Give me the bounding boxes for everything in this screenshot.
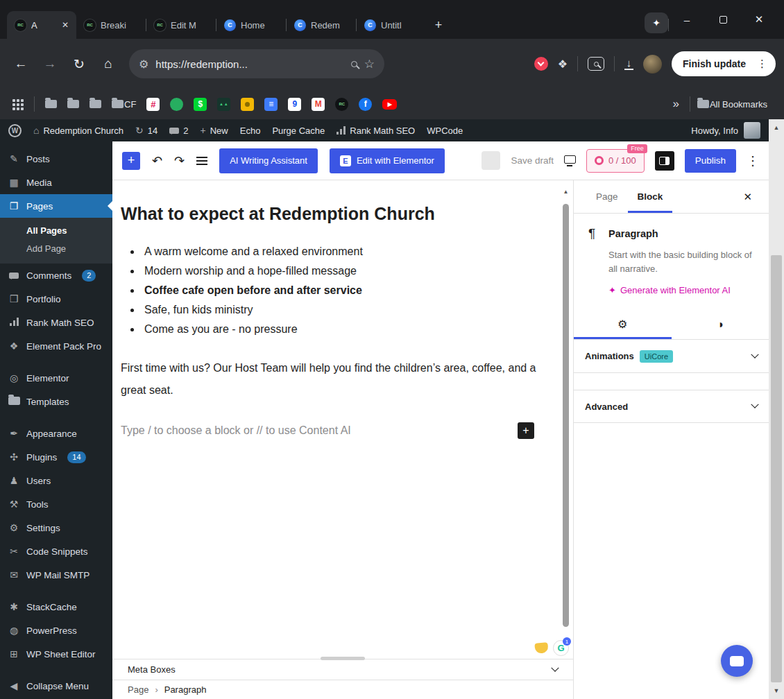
site-settings-icon[interactable]: ⚙ bbox=[139, 58, 148, 71]
sidebar-item-element-pack[interactable]: ❖ Element Pack Pro bbox=[0, 334, 112, 358]
browser-menu-icon[interactable]: ⋮ bbox=[753, 58, 772, 70]
browser-tab[interactable]: C Redem bbox=[287, 11, 356, 39]
scrollbar-thumb[interactable] bbox=[771, 255, 782, 682]
rank-math-score[interactable]: 0 / 100 Free bbox=[586, 149, 645, 173]
paragraph-block[interactable]: First time with us? Our Host Team will h… bbox=[121, 357, 545, 402]
browser-tab[interactable]: C Untitl bbox=[357, 11, 426, 39]
admin-bar-echo[interactable]: Echo bbox=[240, 126, 261, 136]
pocket-icon[interactable] bbox=[534, 57, 548, 71]
nine-bookmark-icon[interactable]: 9 bbox=[288, 98, 301, 111]
grammarly-icon[interactable]: G 1 bbox=[553, 640, 569, 656]
sidebar-item-users[interactable]: ♟ Users bbox=[0, 469, 112, 492]
sidebar-item-rank-math[interactable]: Rank Math SEO bbox=[0, 311, 112, 334]
rc-bookmark-icon[interactable]: RC bbox=[335, 98, 348, 111]
admin-bar-new[interactable]: + New bbox=[201, 125, 228, 136]
breadcrumb-block[interactable]: Paragraph bbox=[164, 684, 207, 695]
bookmark-star-icon[interactable]: ☆ bbox=[364, 57, 375, 71]
admin-bar-account[interactable]: Howdy, Info bbox=[691, 122, 760, 139]
sidebar-item-portfolio[interactable]: ❒ Portfolio bbox=[0, 287, 112, 311]
browser-tab-active[interactable]: RC A ✕ bbox=[7, 11, 76, 39]
sidebar-item-pages[interactable]: ❐ Pages bbox=[0, 194, 112, 218]
list-item[interactable]: Coffee cafe open before and after servic… bbox=[142, 281, 545, 300]
advanced-panel[interactable]: Advanced bbox=[574, 390, 769, 423]
ai-writing-assistant-button[interactable]: AI Writing Assistant bbox=[219, 148, 318, 173]
browser-tab[interactable]: C Home bbox=[216, 11, 286, 39]
sidebar-item-posts[interactable]: ✎ Posts bbox=[0, 147, 112, 171]
redo-button[interactable]: ↷ bbox=[174, 153, 185, 169]
breadcrumb-page[interactable]: Page bbox=[128, 684, 148, 695]
extensions-icon[interactable]: ❖ bbox=[558, 58, 568, 71]
wordpress-logo-icon[interactable]: W bbox=[8, 124, 22, 137]
admin-bar-wpcode[interactable]: WPCode bbox=[427, 126, 463, 136]
tab-page[interactable]: Page bbox=[586, 180, 628, 213]
cash-bookmark-icon[interactable]: $ bbox=[194, 98, 207, 111]
admin-bar-updates[interactable]: ↻ 14 bbox=[135, 125, 157, 136]
slack-bookmark-icon[interactable]: # bbox=[146, 98, 160, 111]
sidebar-item-wp-sheet-editor[interactable]: ⊞ WP Sheet Editor bbox=[0, 642, 112, 666]
sidebar-item-stackcache[interactable]: ✱ StackCache bbox=[0, 595, 112, 619]
gmail-bookmark-icon[interactable]: M bbox=[312, 98, 325, 111]
bookmark-folder-icon[interactable] bbox=[90, 100, 101, 108]
sidebar-item-powerpress[interactable]: ◍ PowerPress bbox=[0, 619, 112, 642]
sidebar-item-comments[interactable]: Comments 2 bbox=[0, 264, 112, 287]
animations-panel[interactable]: Animations UiCore bbox=[574, 340, 769, 373]
all-bookmarks-button[interactable]: All Bookmarks bbox=[697, 99, 767, 110]
post-title[interactable]: What to expect at Redemption Church bbox=[121, 204, 545, 224]
chevron-down-icon[interactable] bbox=[551, 664, 559, 671]
tab-settings-gear[interactable]: ⚙ bbox=[574, 309, 672, 339]
forest-bookmark-icon[interactable]: ▲▲ bbox=[217, 98, 230, 111]
sidebar-item-tools[interactable]: ⚒ Tools bbox=[0, 492, 112, 516]
url-text[interactable]: https://redemption... bbox=[155, 58, 343, 70]
block-inserter-button[interactable]: + bbox=[122, 152, 140, 170]
scrollbar-thumb[interactable] bbox=[563, 204, 569, 627]
sidebar-item-wp-mail-smtp[interactable]: ✉ WP Mail SMTP bbox=[0, 563, 112, 587]
admin-bar-rank-math[interactable]: Rank Math SEO bbox=[336, 126, 415, 136]
youtube-bookmark-icon[interactable]: ▶ bbox=[382, 99, 397, 110]
apps-grid-icon[interactable] bbox=[12, 99, 15, 102]
sidebar-item-elementor[interactable]: ◎ Elementor bbox=[0, 366, 112, 390]
toolbar-placeholder-button[interactable] bbox=[482, 151, 500, 170]
yellow-bookmark-icon[interactable] bbox=[241, 98, 254, 111]
edit-with-elementor-button[interactable]: E Edit with Elementor bbox=[330, 148, 445, 173]
list-item[interactable]: Modern worship and a hope-filled message bbox=[142, 261, 545, 281]
editor-canvas[interactable]: What to expect at Redemption Church A wa… bbox=[112, 180, 573, 659]
sidebar-item-collapse-menu[interactable]: ◀ Collapse Menu bbox=[0, 674, 112, 698]
admin-bar-site-name[interactable]: ⌂ Redemption Church bbox=[33, 125, 123, 136]
preview-icon[interactable] bbox=[564, 155, 576, 164]
admin-bar-purge-cache[interactable]: Purge Cache bbox=[272, 126, 325, 136]
docs-bookmark-icon[interactable]: ≡ bbox=[264, 98, 278, 111]
window-close-button[interactable]: ✕ bbox=[741, 6, 777, 33]
tab-close-icon[interactable]: ✕ bbox=[62, 20, 69, 30]
scroll-up-icon[interactable]: ▲ bbox=[562, 189, 570, 195]
add-block-button[interactable]: + bbox=[518, 422, 534, 439]
close-settings-icon[interactable]: ✕ bbox=[739, 187, 756, 207]
undo-button[interactable]: ↶ bbox=[152, 153, 162, 169]
finish-update-button[interactable]: Finish update ⋮ bbox=[672, 51, 776, 76]
list-view-button[interactable] bbox=[196, 157, 207, 165]
save-draft-button[interactable]: Save draft bbox=[511, 155, 554, 166]
gloo-bookmark-icon[interactable] bbox=[170, 98, 183, 111]
scroll-down-icon[interactable]: ▼ bbox=[769, 684, 784, 698]
forward-button[interactable]: → bbox=[37, 51, 62, 76]
settings-panel-toggle[interactable] bbox=[655, 151, 674, 171]
facebook-bookmark-icon[interactable]: f bbox=[359, 98, 372, 111]
home-button[interactable]: ⌂ bbox=[96, 51, 121, 76]
side-search-icon[interactable] bbox=[588, 57, 604, 71]
reload-button[interactable]: ↻ bbox=[67, 51, 92, 76]
sidebar-item-code-snippets[interactable]: ✂ Code Snippets bbox=[0, 540, 112, 563]
sidebar-item-plugins[interactable]: ✣ Plugins 14 bbox=[0, 445, 112, 469]
scroll-up-icon[interactable]: ▲ bbox=[769, 121, 784, 135]
tab-styles[interactable]: ◑ bbox=[672, 309, 769, 339]
profile-avatar[interactable] bbox=[643, 55, 662, 74]
list-item[interactable]: A warm welcome and a relaxed environment bbox=[142, 242, 545, 261]
content-scrollbar[interactable]: ▲ bbox=[562, 189, 570, 653]
list-item[interactable]: Safe, fun kids ministry bbox=[142, 300, 545, 320]
list-item[interactable]: Come as you are - no pressure bbox=[142, 320, 545, 339]
browser-tab[interactable]: RC Breaki bbox=[76, 11, 146, 39]
bookmark-folder-icon[interactable] bbox=[45, 100, 57, 108]
sidebar-item-add-page[interactable]: Add Page bbox=[0, 239, 112, 257]
sidebar-item-all-pages[interactable]: All Pages bbox=[0, 221, 112, 239]
options-menu-icon[interactable]: ⋮ bbox=[747, 153, 759, 169]
browser-ai-sparkle-button[interactable]: ✦ bbox=[645, 12, 668, 33]
address-bar[interactable]: ⚙ https://redemption... ☆ bbox=[129, 49, 384, 78]
